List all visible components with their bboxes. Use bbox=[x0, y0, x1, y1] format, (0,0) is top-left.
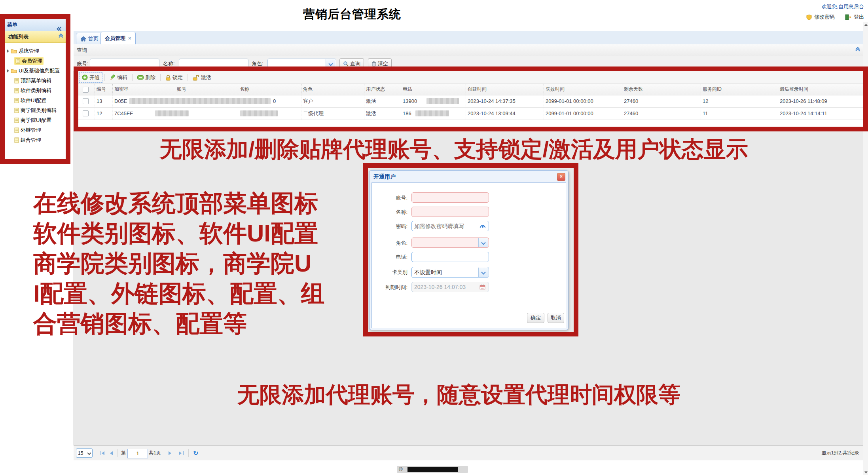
card-type-select[interactable]: 不设置时间 bbox=[411, 267, 489, 278]
divider bbox=[160, 74, 161, 81]
col-name[interactable]: 名称 bbox=[238, 84, 301, 95]
redacted-blob bbox=[240, 110, 278, 116]
redacted-blob bbox=[129, 98, 271, 104]
chevron-down-icon[interactable] bbox=[326, 59, 335, 68]
sidebar-item-school-ui-config[interactable]: 商学院UI配置 bbox=[5, 115, 66, 125]
sidebar-item-member-management[interactable]: 会员管理 bbox=[5, 56, 66, 66]
dialog-title: 开通用户 bbox=[370, 171, 568, 182]
name-label: 名称: bbox=[163, 56, 175, 71]
account-tail: 0 bbox=[273, 95, 276, 107]
row-checkbox[interactable] bbox=[83, 110, 89, 116]
role-label: 角色: bbox=[372, 238, 407, 249]
dialog-expire-row: 到期时间: bbox=[372, 282, 566, 294]
dialog-close-button[interactable]: × bbox=[557, 173, 565, 181]
name-input[interactable] bbox=[179, 59, 248, 68]
toolbar-lock-button[interactable]: 锁定 bbox=[163, 72, 186, 83]
col-expire[interactable]: 失效时间 bbox=[544, 84, 622, 95]
col-days-left[interactable]: 剩余天数 bbox=[622, 84, 701, 95]
last-page-button[interactable] bbox=[179, 446, 184, 460]
col-created[interactable]: 创建时间 bbox=[466, 84, 544, 95]
col-last-login[interactable]: 最后登录时间 bbox=[778, 84, 863, 95]
unlock-icon bbox=[193, 74, 199, 81]
select-all-checkbox[interactable] bbox=[83, 87, 89, 93]
col-phone[interactable]: 电话 bbox=[401, 84, 466, 95]
col-role[interactable]: 角色 bbox=[301, 84, 364, 95]
sidebar-item-software-category-edit[interactable]: 软件类别编辑 bbox=[5, 86, 66, 95]
doc-icon bbox=[14, 88, 19, 93]
clear-button[interactable]: 清空 bbox=[368, 58, 392, 69]
toolbar-activate-button[interactable]: 激活 bbox=[190, 72, 214, 83]
plus-icon bbox=[82, 74, 88, 80]
expand-icon[interactable] bbox=[7, 69, 9, 72]
toolbar-edit-button[interactable]: 编辑 bbox=[107, 72, 130, 83]
col-status[interactable]: 用户状态 bbox=[364, 84, 401, 95]
sidebar-item-system-management[interactable]: 系统管理 bbox=[5, 46, 66, 56]
scroll-up-arrow[interactable] bbox=[864, 24, 868, 26]
chevron-down-icon[interactable] bbox=[478, 268, 488, 277]
divider bbox=[188, 449, 189, 457]
account-input[interactable] bbox=[90, 59, 159, 68]
app-root: 营销后台管理系统 欢迎您,自用总后台 修改密码 登出 菜单 功能列表 系统管理 bbox=[0, 0, 868, 475]
sidebar-item-school-category-edit[interactable]: 商学院类别编辑 bbox=[5, 105, 66, 115]
sidebar-item-top-menu-edit[interactable]: 顶部菜单编辑 bbox=[5, 76, 66, 86]
page-size-select[interactable]: 15 bbox=[76, 448, 93, 458]
card-type-label: 卡类别 bbox=[372, 267, 407, 278]
table-row[interactable]: 13 D05E 客户 激活 13900 2023-10-24 14:37:35 … bbox=[78, 95, 863, 108]
phone-field[interactable] bbox=[411, 252, 489, 262]
row-checkbox[interactable] bbox=[83, 98, 89, 104]
toolbar-delete-button[interactable]: 删除 bbox=[135, 72, 158, 83]
open-user-dialog: 开通用户 × 账号: 名称: 密码: 角色: bbox=[369, 170, 569, 330]
page-number-input[interactable] bbox=[127, 449, 148, 458]
scroll-down-arrow[interactable] bbox=[864, 471, 868, 473]
doc-icon bbox=[15, 58, 20, 64]
table-row[interactable]: 12 7C45FF 二级代理 激活 186 2023-10-24 13:09:4… bbox=[78, 108, 863, 120]
role-select[interactable] bbox=[267, 59, 336, 68]
scrollbar[interactable] bbox=[863, 22, 868, 475]
expire-date-field[interactable] bbox=[411, 282, 489, 292]
cell-days-left: 27460 bbox=[622, 108, 701, 120]
calendar-icon[interactable] bbox=[479, 284, 485, 290]
cell-role: 二级代理 bbox=[301, 108, 364, 120]
role-select[interactable] bbox=[411, 238, 489, 248]
col-encrypted[interactable]: 加密串 bbox=[113, 84, 175, 95]
first-page-button[interactable] bbox=[100, 446, 104, 460]
cell-last-login: 2023-10-24 14:14:11 bbox=[778, 108, 863, 120]
name-field[interactable] bbox=[411, 207, 489, 217]
sidebar-item-ui-config[interactable]: UI及基础信息配置 bbox=[5, 66, 66, 76]
divider bbox=[132, 74, 133, 81]
logout-icon bbox=[845, 14, 851, 20]
sidebar-item-software-ui-config[interactable]: 软件UI配置 bbox=[5, 95, 66, 105]
toolbar-open-button[interactable]: 开通 bbox=[79, 72, 102, 83]
col-provider-id[interactable]: 服务商ID bbox=[701, 84, 778, 95]
dialog-footer-divider bbox=[373, 309, 565, 309]
eye-icon[interactable] bbox=[479, 224, 486, 228]
prev-page-button[interactable] bbox=[110, 446, 113, 460]
dialog-name-row: 名称: bbox=[372, 207, 566, 218]
cell-status: 激活 bbox=[364, 95, 401, 107]
change-password-link[interactable]: 修改密码 bbox=[814, 13, 835, 21]
sidebar-item-external-link[interactable]: 外链管理 bbox=[5, 125, 66, 135]
search-button[interactable]: 查询 bbox=[339, 58, 364, 69]
collapse-up-icon[interactable] bbox=[59, 36, 63, 39]
account-field[interactable] bbox=[411, 192, 489, 203]
next-page-button[interactable] bbox=[169, 446, 171, 460]
tab-member-management[interactable]: 会员管理 × bbox=[100, 32, 136, 45]
logout-link[interactable]: 登出 bbox=[854, 13, 864, 21]
cancel-button[interactable]: 取消 bbox=[548, 313, 564, 323]
role-label: 角色: bbox=[252, 56, 263, 71]
tab-home[interactable]: 首页 bbox=[76, 33, 103, 45]
folder-icon bbox=[11, 48, 17, 53]
ok-button[interactable]: 确定 bbox=[527, 313, 544, 323]
cell-provider-id: 12 bbox=[701, 95, 778, 107]
remove-icon bbox=[137, 75, 144, 80]
function-list-header[interactable]: 功能列表 bbox=[5, 31, 66, 43]
expand-icon[interactable] bbox=[7, 49, 9, 53]
password-field[interactable] bbox=[411, 221, 489, 231]
panel-collapse-icon[interactable] bbox=[856, 49, 859, 52]
close-icon[interactable]: × bbox=[128, 35, 131, 41]
refresh-button[interactable]: ↻ bbox=[193, 446, 198, 460]
col-id[interactable]: 编号 bbox=[95, 84, 113, 95]
sidebar-item-combo-management[interactable]: 组合管理 bbox=[5, 135, 66, 145]
chevron-down-icon[interactable] bbox=[478, 238, 488, 247]
col-account[interactable]: 账号 bbox=[175, 84, 238, 95]
